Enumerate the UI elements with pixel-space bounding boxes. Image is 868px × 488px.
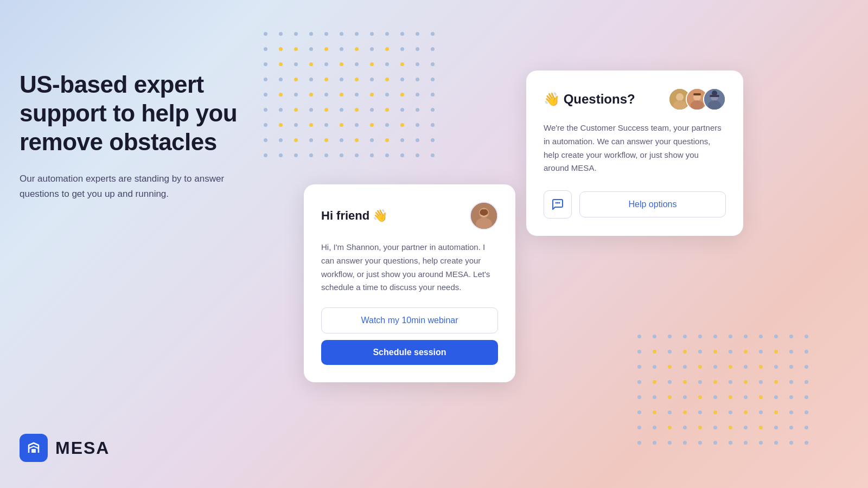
dot — [318, 41, 334, 56]
dot — [647, 359, 662, 374]
dot — [273, 87, 288, 102]
dot — [303, 56, 318, 72]
dot — [692, 404, 707, 420]
dot — [394, 147, 410, 163]
shannon-greeting: Hi friend 👋 — [321, 209, 387, 223]
dot — [425, 102, 440, 117]
dot — [318, 117, 334, 132]
dot — [410, 117, 425, 132]
dot — [258, 132, 273, 147]
dot — [364, 102, 379, 117]
questions-title: 👋 Questions? — [544, 92, 635, 107]
webinar-button[interactable]: Watch my 10min webinar — [321, 307, 498, 333]
dot — [364, 147, 379, 163]
dot — [273, 132, 288, 147]
dot — [677, 389, 692, 404]
dot — [753, 435, 768, 450]
dot — [677, 329, 692, 344]
dot — [647, 420, 662, 435]
dot — [738, 329, 753, 344]
dot — [288, 147, 303, 163]
dot-grid-bottom-right — [631, 329, 814, 450]
dot — [303, 147, 318, 163]
dot — [379, 147, 394, 163]
dot — [288, 102, 303, 117]
dot — [394, 87, 410, 102]
dot — [349, 26, 364, 41]
dot — [258, 117, 273, 132]
dot — [303, 41, 318, 56]
dot — [677, 404, 692, 420]
dot — [410, 41, 425, 56]
dot — [631, 435, 647, 450]
dot — [783, 435, 799, 450]
dot — [394, 132, 410, 147]
dot — [394, 102, 410, 117]
dot — [768, 329, 783, 344]
dot — [723, 404, 738, 420]
dot — [799, 374, 814, 389]
dot — [723, 435, 738, 450]
dot — [631, 329, 647, 344]
dot — [783, 389, 799, 404]
main-heading: US-based expert support to help you remo… — [20, 70, 247, 156]
dot — [334, 56, 349, 72]
dot-grid-top — [258, 26, 440, 163]
dot — [647, 329, 662, 344]
dot — [318, 132, 334, 147]
dot — [723, 359, 738, 374]
dot — [768, 344, 783, 359]
dot — [692, 374, 707, 389]
dot — [334, 132, 349, 147]
dot — [303, 132, 318, 147]
dot — [273, 26, 288, 41]
help-options-button[interactable]: Help options — [579, 191, 726, 217]
dot — [303, 87, 318, 102]
dot — [723, 344, 738, 359]
dot — [288, 72, 303, 87]
dot — [692, 329, 707, 344]
dot — [707, 359, 723, 374]
dot — [677, 374, 692, 389]
shannon-card: Hi friend 👋 Hi, I'm Shannon, your partne… — [304, 184, 515, 382]
dot — [783, 420, 799, 435]
dot — [723, 420, 738, 435]
dot — [631, 420, 647, 435]
dot — [364, 41, 379, 56]
dot — [334, 87, 349, 102]
dot — [768, 359, 783, 374]
svg-rect-19 — [24, 439, 43, 457]
dot — [410, 102, 425, 117]
dot — [783, 359, 799, 374]
dot — [425, 41, 440, 56]
questions-header: 👋 Questions? — [544, 88, 726, 111]
dot — [783, 404, 799, 420]
left-content: US-based expert support to help you remo… — [20, 70, 247, 201]
dot — [738, 344, 753, 359]
dot — [410, 72, 425, 87]
schedule-session-button[interactable]: Schedule session — [321, 340, 498, 365]
logo-section: MESA — [20, 434, 110, 462]
dot — [349, 72, 364, 87]
svg-rect-20 — [31, 449, 36, 453]
svg-rect-15 — [710, 95, 719, 97]
dot — [410, 26, 425, 41]
dot — [394, 117, 410, 132]
dot — [692, 435, 707, 450]
dot — [662, 374, 677, 389]
dot — [273, 117, 288, 132]
dot — [707, 420, 723, 435]
dot — [349, 102, 364, 117]
dot — [799, 359, 814, 374]
dot — [631, 389, 647, 404]
dot — [288, 87, 303, 102]
dot — [647, 389, 662, 404]
logo-icon — [20, 434, 48, 462]
dot — [631, 359, 647, 374]
sub-text: Our automation experts are standing by t… — [20, 171, 247, 201]
dot — [425, 132, 440, 147]
dot — [707, 329, 723, 344]
dot — [394, 26, 410, 41]
dot — [303, 26, 318, 41]
chat-icon-button[interactable] — [544, 190, 572, 219]
